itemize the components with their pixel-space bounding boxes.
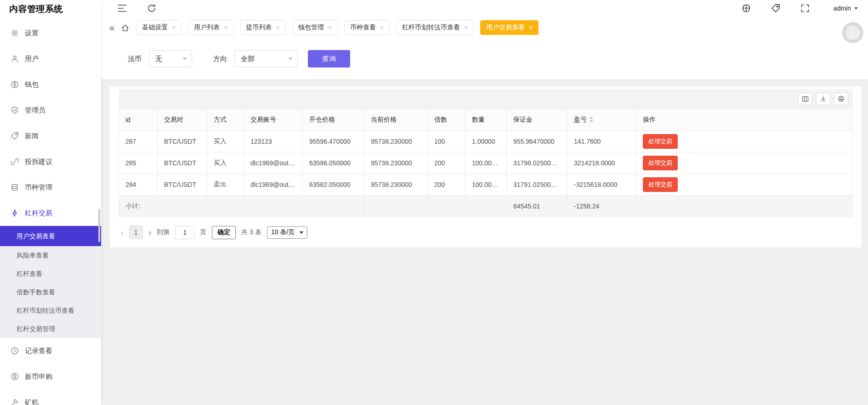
goto-page-input[interactable] bbox=[175, 226, 194, 239]
table-row: 285BTC/USDT买入dlc1969@outlo...63596.05000… bbox=[119, 152, 853, 174]
sidebar-subitem-leverage-trade-management[interactable]: 杠杆交易管理 bbox=[0, 320, 101, 338]
sidebar-item-users[interactable]: 用户 bbox=[0, 46, 101, 72]
column-header: 盈亏 bbox=[567, 109, 636, 131]
header-icons bbox=[742, 4, 810, 13]
subtotal-margin: 64545.01 bbox=[507, 196, 567, 217]
tab-user-list[interactable]: 用户列表× bbox=[188, 20, 233, 35]
subtotal-row: 小计:64545.01-1258.24 bbox=[119, 196, 853, 217]
column-header: 交易对 bbox=[158, 109, 207, 131]
table-cell: 95738.230000 bbox=[364, 174, 428, 196]
scroll-tabs-left-icon[interactable]: « bbox=[109, 23, 114, 32]
process-trade-button[interactable]: 处理交易 bbox=[643, 134, 678, 149]
export-button[interactable] bbox=[816, 93, 830, 105]
sidebar-item-new-coin-subscription[interactable]: 新币申购 bbox=[0, 364, 101, 389]
table-cell: 买入 bbox=[207, 152, 244, 174]
tabs-strip: 基础设置×用户列表×提币列表×钱包管理×币种查看×杠杆币划转法币查看×用户交易查… bbox=[136, 20, 848, 35]
sidebar-item-coin-management[interactable]: 币种管理 bbox=[0, 174, 101, 200]
table-cell: BTC/USDT bbox=[158, 131, 207, 152]
theme-icon[interactable] bbox=[742, 4, 751, 13]
table-cell: 287 bbox=[119, 131, 158, 152]
direction-select[interactable]: 全部 bbox=[234, 50, 298, 68]
sidebar-item-label: 设置 bbox=[25, 29, 39, 38]
sidebar-item-news[interactable]: 新闻 bbox=[0, 123, 101, 149]
table-cell: 141.7600 bbox=[567, 131, 636, 152]
total-count: 共 3 条 bbox=[241, 228, 261, 236]
prev-page-icon[interactable]: ‹ bbox=[120, 228, 124, 237]
hamburger-icon[interactable] bbox=[118, 4, 127, 13]
sidebar-item-label: 杠杆交易 bbox=[25, 209, 52, 218]
confirm-button[interactable]: 确定 bbox=[212, 226, 236, 239]
tab-withdraw-list[interactable]: 提币列表× bbox=[240, 20, 286, 35]
pagination: ‹ 1 › 到第 页 确定 共 3 条 10 条/页 bbox=[119, 217, 853, 243]
tab-label: 用户列表 bbox=[194, 23, 220, 32]
column-settings-button[interactable] bbox=[798, 93, 812, 105]
tab-label: 币种查看 bbox=[350, 23, 376, 32]
close-icon[interactable]: × bbox=[276, 24, 280, 31]
close-icon[interactable]: × bbox=[328, 24, 332, 31]
next-page-icon[interactable]: › bbox=[148, 228, 152, 237]
table-cell bbox=[158, 196, 207, 217]
sidebar-item-leverage-trading[interactable]: 杠杆交易 bbox=[0, 200, 101, 226]
sidebar-item-records-view[interactable]: 记录查看 bbox=[0, 338, 101, 364]
refresh-icon[interactable] bbox=[147, 4, 156, 13]
table-cell: 卖出 bbox=[207, 174, 244, 196]
table-cell: 200 bbox=[428, 152, 465, 174]
user-menu[interactable]: admin bbox=[834, 5, 858, 12]
table-toolbar bbox=[119, 89, 853, 108]
close-icon[interactable]: × bbox=[172, 24, 176, 31]
sidebar-item-settings[interactable]: 设置 bbox=[0, 20, 101, 46]
table-cell: 31791.02500000 bbox=[507, 174, 567, 196]
main-area: admin « 基础设置×用户列表×提币列表×钱包管理×币种查看×杠杆币划转法币… bbox=[101, 0, 868, 405]
close-icon[interactable]: × bbox=[380, 24, 384, 31]
query-button[interactable]: 查询 bbox=[308, 50, 350, 68]
table-cell: 284 bbox=[119, 174, 158, 196]
tab-leverage-coin-to-fiat-view[interactable]: 杠杆币划转法币查看× bbox=[396, 20, 474, 35]
sidebar-item-admins[interactable]: 管理员 bbox=[0, 97, 101, 123]
sidebar-nav: 设置用户钱包管理员新闻投拆建议币种管理杠杆交易用户交易查看风险率查看杠杆查看倍数… bbox=[0, 20, 101, 405]
process-trade-button[interactable]: 处理交易 bbox=[643, 156, 678, 170]
table-cell: 95596.470000 bbox=[303, 131, 364, 152]
sidebar-subitem-leverage-coin-to-fiat-view[interactable]: 杠杆币划转法币查看 bbox=[0, 301, 101, 320]
home-icon[interactable] bbox=[121, 23, 130, 32]
column-settings-icon bbox=[802, 96, 809, 102]
sidebar-item-label: 矿机 bbox=[25, 398, 39, 405]
column-header: 交易账号 bbox=[244, 109, 303, 131]
sidebar-subitem-user-trades-view[interactable]: 用户交易查看 bbox=[0, 226, 101, 246]
table-cell bbox=[303, 196, 364, 217]
fiat-select[interactable]: 无 bbox=[149, 50, 192, 68]
sidebar-subitem-risk-rate-view[interactable]: 风险率查看 bbox=[0, 246, 101, 264]
tab-coin-view[interactable]: 币种查看× bbox=[344, 20, 390, 35]
page-size-select[interactable]: 10 条/页 bbox=[267, 226, 307, 239]
app-title: 内容管理系统 bbox=[0, 0, 101, 20]
table-cell: 63582.050000 bbox=[303, 174, 364, 196]
close-icon[interactable]: × bbox=[224, 24, 227, 31]
tab-user-trades-view[interactable]: 用户交易查看× bbox=[480, 20, 539, 35]
table-cell: dlc1969@outlo... bbox=[244, 152, 303, 174]
table-cell: 123123 bbox=[244, 131, 303, 152]
sidebar-subitem-multiplier-lots-view[interactable]: 倍数手数查看 bbox=[0, 283, 101, 301]
sidebar-subitem-leverage-view[interactable]: 杠杆查看 bbox=[0, 264, 101, 283]
sidebar-item-suggestions[interactable]: 投拆建议 bbox=[0, 149, 101, 174]
gear-icon bbox=[11, 29, 19, 37]
fullscreen-icon[interactable] bbox=[800, 4, 810, 13]
avatar-circle[interactable] bbox=[842, 22, 863, 43]
print-button[interactable] bbox=[834, 93, 848, 105]
column-header: 保证金 bbox=[507, 109, 567, 131]
table-cell bbox=[364, 196, 428, 217]
table-cell: 95738.230000 bbox=[364, 131, 428, 152]
page-number[interactable]: 1 bbox=[129, 225, 143, 239]
fiat-label: 法币 bbox=[128, 55, 142, 63]
sidebar-item-wallet[interactable]: 钱包 bbox=[0, 72, 101, 97]
close-icon[interactable]: × bbox=[464, 24, 468, 31]
tab-basic-settings[interactable]: 基础设置× bbox=[136, 20, 182, 35]
process-trade-button[interactable]: 处理交易 bbox=[643, 177, 678, 192]
sidebar-item-miner[interactable]: 矿机 bbox=[0, 389, 101, 405]
tag-icon[interactable] bbox=[771, 4, 780, 13]
trades-table: id交易对方式交易账号开仓价格当前价格倍数数量保证金盈亏操作 287BTC/US… bbox=[119, 108, 853, 217]
close-icon[interactable]: × bbox=[529, 24, 533, 31]
bolt-icon bbox=[11, 209, 19, 217]
sidebar-scrollbar[interactable] bbox=[98, 209, 100, 242]
action-cell: 处理交易 bbox=[636, 131, 853, 152]
tab-wallet-management[interactable]: 钱包管理× bbox=[292, 20, 338, 35]
sort-icon[interactable] bbox=[590, 117, 593, 123]
